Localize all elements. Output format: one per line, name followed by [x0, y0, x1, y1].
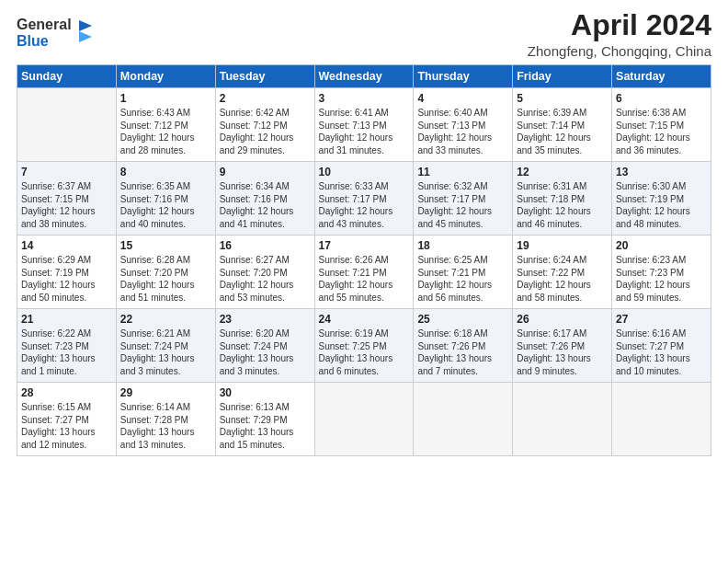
weekday-header-saturday: Saturday — [612, 65, 711, 88]
day-number: 30 — [220, 386, 311, 399]
day-info: Sunrise: 6:17 AMSunset: 7:26 PMDaylight:… — [517, 327, 608, 377]
calendar-cell: 18Sunrise: 6:25 AMSunset: 7:21 PMDayligh… — [414, 236, 513, 309]
day-number: 4 — [417, 92, 508, 105]
calendar-cell: 9Sunrise: 6:34 AMSunset: 7:16 PMDaylight… — [215, 162, 314, 236]
day-info: Sunrise: 6:28 AMSunset: 7:20 PMDaylight:… — [120, 254, 211, 304]
calendar-cell: 27Sunrise: 6:16 AMSunset: 7:27 PMDayligh… — [612, 309, 711, 383]
day-info: Sunrise: 6:30 AMSunset: 7:19 PMDaylight:… — [616, 180, 707, 230]
calendar-cell: 8Sunrise: 6:35 AMSunset: 7:16 PMDaylight… — [116, 162, 215, 236]
svg-text:Blue: Blue — [17, 33, 49, 49]
page: General Blue April 2024 Zhongfeng, Chong… — [0, 0, 728, 563]
day-number: 15 — [120, 239, 211, 252]
day-number: 11 — [417, 166, 508, 178]
day-number: 19 — [517, 239, 608, 252]
day-info: Sunrise: 6:22 AMSunset: 7:23 PMDaylight:… — [21, 327, 112, 377]
calendar-cell: 16Sunrise: 6:27 AMSunset: 7:20 PMDayligh… — [215, 236, 314, 309]
day-info: Sunrise: 6:43 AMSunset: 7:12 PMDaylight:… — [120, 107, 211, 156]
day-number: 22 — [120, 313, 211, 326]
day-info: Sunrise: 6:35 AMSunset: 7:16 PMDaylight:… — [120, 180, 211, 230]
calendar-cell: 6Sunrise: 6:38 AMSunset: 7:15 PMDaylight… — [612, 88, 711, 162]
day-info: Sunrise: 6:23 AMSunset: 7:23 PMDaylight:… — [616, 254, 707, 304]
calendar-cell: 15Sunrise: 6:28 AMSunset: 7:20 PMDayligh… — [116, 236, 215, 309]
day-number: 29 — [120, 386, 211, 399]
calendar-table: SundayMondayTuesdayWednesdayThursdayFrid… — [17, 64, 711, 456]
day-number: 25 — [417, 313, 508, 326]
day-info: Sunrise: 6:16 AMSunset: 7:27 PMDaylight:… — [616, 327, 707, 377]
calendar-week-row: 14Sunrise: 6:29 AMSunset: 7:19 PMDayligh… — [17, 236, 711, 309]
day-number: 7 — [21, 166, 112, 178]
calendar-cell: 20Sunrise: 6:23 AMSunset: 7:23 PMDayligh… — [612, 236, 711, 309]
day-info: Sunrise: 6:34 AMSunset: 7:16 PMDaylight:… — [220, 180, 311, 230]
calendar-cell — [513, 383, 612, 456]
day-info: Sunrise: 6:27 AMSunset: 7:20 PMDaylight:… — [220, 254, 311, 304]
calendar-cell — [314, 383, 414, 456]
day-info: Sunrise: 6:40 AMSunset: 7:13 PMDaylight:… — [417, 107, 508, 156]
logo: General Blue — [17, 13, 99, 55]
day-number: 18 — [417, 239, 508, 252]
day-info: Sunrise: 6:37 AMSunset: 7:15 PMDaylight:… — [21, 180, 112, 230]
day-number: 12 — [517, 166, 608, 178]
calendar-cell: 14Sunrise: 6:29 AMSunset: 7:19 PMDayligh… — [17, 236, 117, 309]
calendar-cell: 12Sunrise: 6:31 AMSunset: 7:18 PMDayligh… — [513, 162, 612, 236]
logo-text-block: General Blue — [17, 13, 99, 55]
title-block: April 2024 Zhongfeng, Chongqing, China — [528, 9, 711, 59]
location-title: Zhongfeng, Chongqing, China — [528, 43, 711, 59]
calendar-cell: 24Sunrise: 6:19 AMSunset: 7:25 PMDayligh… — [314, 309, 414, 383]
day-number: 24 — [319, 313, 410, 326]
day-number: 10 — [319, 166, 410, 178]
calendar-week-row: 28Sunrise: 6:15 AMSunset: 7:27 PMDayligh… — [17, 383, 711, 456]
calendar-cell: 26Sunrise: 6:17 AMSunset: 7:26 PMDayligh… — [513, 309, 612, 383]
day-info: Sunrise: 6:15 AMSunset: 7:27 PMDaylight:… — [21, 401, 112, 451]
weekday-header-sunday: Sunday — [17, 65, 117, 88]
calendar-cell: 30Sunrise: 6:13 AMSunset: 7:29 PMDayligh… — [215, 383, 314, 456]
day-info: Sunrise: 6:20 AMSunset: 7:24 PMDaylight:… — [220, 327, 311, 377]
calendar-cell: 19Sunrise: 6:24 AMSunset: 7:22 PMDayligh… — [513, 236, 612, 309]
day-info: Sunrise: 6:38 AMSunset: 7:15 PMDaylight:… — [616, 107, 707, 156]
calendar-cell: 3Sunrise: 6:41 AMSunset: 7:13 PMDaylight… — [314, 88, 414, 162]
day-number: 17 — [319, 239, 410, 252]
day-number: 13 — [616, 166, 707, 178]
calendar-cell: 11Sunrise: 6:32 AMSunset: 7:17 PMDayligh… — [414, 162, 513, 236]
day-number: 2 — [220, 92, 311, 105]
calendar-cell: 10Sunrise: 6:33 AMSunset: 7:17 PMDayligh… — [314, 162, 414, 236]
weekday-header-friday: Friday — [513, 65, 612, 88]
logo-svg: General Blue — [17, 13, 99, 52]
calendar-cell: 25Sunrise: 6:18 AMSunset: 7:26 PMDayligh… — [414, 309, 513, 383]
calendar-cell: 23Sunrise: 6:20 AMSunset: 7:24 PMDayligh… — [215, 309, 314, 383]
day-number: 1 — [120, 92, 211, 105]
day-info: Sunrise: 6:29 AMSunset: 7:19 PMDaylight:… — [21, 254, 112, 304]
day-info: Sunrise: 6:25 AMSunset: 7:21 PMDaylight:… — [417, 254, 508, 304]
svg-marker-3 — [79, 31, 92, 42]
calendar-week-row: 21Sunrise: 6:22 AMSunset: 7:23 PMDayligh… — [17, 309, 711, 383]
calendar-cell: 22Sunrise: 6:21 AMSunset: 7:24 PMDayligh… — [116, 309, 215, 383]
day-number: 26 — [517, 313, 608, 326]
day-info: Sunrise: 6:21 AMSunset: 7:24 PMDaylight:… — [120, 327, 211, 377]
day-info: Sunrise: 6:24 AMSunset: 7:22 PMDaylight:… — [517, 254, 608, 304]
day-number: 23 — [220, 313, 311, 326]
day-number: 20 — [616, 239, 707, 252]
day-info: Sunrise: 6:26 AMSunset: 7:21 PMDaylight:… — [319, 254, 410, 304]
day-number: 28 — [21, 386, 112, 399]
header: General Blue April 2024 Zhongfeng, Chong… — [17, 9, 711, 59]
calendar-cell: 4Sunrise: 6:40 AMSunset: 7:13 PMDaylight… — [414, 88, 513, 162]
calendar-cell — [414, 383, 513, 456]
calendar-cell: 7Sunrise: 6:37 AMSunset: 7:15 PMDaylight… — [17, 162, 117, 236]
day-info: Sunrise: 6:13 AMSunset: 7:29 PMDaylight:… — [220, 401, 311, 451]
day-number: 8 — [120, 166, 211, 178]
svg-marker-2 — [79, 20, 92, 31]
calendar-cell — [612, 383, 711, 456]
day-number: 6 — [616, 92, 707, 105]
calendar-cell: 2Sunrise: 6:42 AMSunset: 7:12 PMDaylight… — [215, 88, 314, 162]
day-info: Sunrise: 6:42 AMSunset: 7:12 PMDaylight:… — [220, 107, 311, 156]
day-number: 9 — [220, 166, 311, 178]
day-number: 16 — [220, 239, 311, 252]
calendar-cell: 13Sunrise: 6:30 AMSunset: 7:19 PMDayligh… — [612, 162, 711, 236]
calendar-cell: 29Sunrise: 6:14 AMSunset: 7:28 PMDayligh… — [116, 383, 215, 456]
day-info: Sunrise: 6:41 AMSunset: 7:13 PMDaylight:… — [319, 107, 410, 156]
calendar-cell — [17, 88, 117, 162]
weekday-header-tuesday: Tuesday — [215, 65, 314, 88]
calendar-cell: 28Sunrise: 6:15 AMSunset: 7:27 PMDayligh… — [17, 383, 117, 456]
calendar-cell: 5Sunrise: 6:39 AMSunset: 7:14 PMDaylight… — [513, 88, 612, 162]
day-info: Sunrise: 6:14 AMSunset: 7:28 PMDaylight:… — [120, 401, 211, 451]
calendar-week-row: 1Sunrise: 6:43 AMSunset: 7:12 PMDaylight… — [17, 88, 711, 162]
